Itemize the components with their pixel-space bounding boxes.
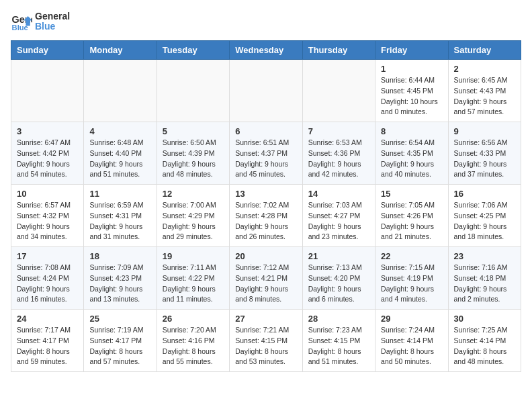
day-info: Sunrise: 6:59 AM Sunset: 4:31 PM Dayligh…	[89, 200, 150, 242]
weekday-header-monday: Monday	[84, 41, 157, 60]
day-number: 29	[381, 314, 442, 324]
day-info: Sunrise: 7:24 AM Sunset: 4:14 PM Dayligh…	[381, 325, 442, 367]
day-cell: 25Sunrise: 7:19 AM Sunset: 4:17 PM Dayli…	[84, 310, 157, 372]
week-row-1: 1Sunrise: 6:44 AM Sunset: 4:45 PM Daylig…	[11, 60, 521, 122]
day-info: Sunrise: 6:45 AM Sunset: 4:43 PM Dayligh…	[454, 75, 515, 118]
day-cell: 19Sunrise: 7:11 AM Sunset: 4:22 PM Dayli…	[157, 247, 229, 310]
day-cell: 8Sunrise: 6:54 AM Sunset: 4:35 PM Daylig…	[375, 122, 448, 185]
logo-blue: Blue	[35, 21, 70, 32]
day-number: 15	[381, 189, 442, 199]
svg-text:Blue: Blue	[12, 24, 28, 32]
day-info: Sunrise: 6:48 AM Sunset: 4:40 PM Dayligh…	[89, 138, 150, 180]
day-info: Sunrise: 6:53 AM Sunset: 4:36 PM Dayligh…	[308, 138, 369, 180]
day-info: Sunrise: 7:21 AM Sunset: 4:15 PM Dayligh…	[235, 325, 296, 367]
day-cell	[11, 60, 84, 122]
day-info: Sunrise: 7:13 AM Sunset: 4:20 PM Dayligh…	[308, 263, 369, 305]
day-info: Sunrise: 7:12 AM Sunset: 4:21 PM Dayligh…	[235, 263, 296, 305]
weekday-header-saturday: Saturday	[448, 41, 521, 60]
day-cell: 7Sunrise: 6:53 AM Sunset: 4:36 PM Daylig…	[302, 122, 375, 185]
day-number: 3	[17, 126, 78, 136]
day-number: 11	[89, 189, 150, 199]
day-cell: 28Sunrise: 7:23 AM Sunset: 4:15 PM Dayli…	[302, 310, 375, 372]
week-row-2: 3Sunrise: 6:47 AM Sunset: 4:42 PM Daylig…	[11, 122, 521, 185]
day-cell: 9Sunrise: 6:56 AM Sunset: 4:33 PM Daylig…	[448, 122, 521, 185]
day-cell: 10Sunrise: 6:57 AM Sunset: 4:32 PM Dayli…	[11, 185, 84, 247]
logo-general: General	[35, 11, 70, 21]
day-cell	[157, 60, 229, 122]
day-cell	[230, 60, 302, 122]
calendar: SundayMondayTuesdayWednesdayThursdayFrid…	[11, 40, 521, 372]
day-info: Sunrise: 7:17 AM Sunset: 4:17 PM Dayligh…	[17, 325, 78, 367]
day-cell: 2Sunrise: 6:45 AM Sunset: 4:43 PM Daylig…	[448, 60, 521, 122]
day-info: Sunrise: 7:00 AM Sunset: 4:29 PM Dayligh…	[163, 200, 224, 242]
week-row-3: 10Sunrise: 6:57 AM Sunset: 4:32 PM Dayli…	[11, 185, 521, 247]
day-info: Sunrise: 6:51 AM Sunset: 4:37 PM Dayligh…	[235, 138, 296, 180]
day-info: Sunrise: 7:20 AM Sunset: 4:16 PM Dayligh…	[163, 325, 224, 367]
day-cell	[302, 60, 375, 122]
day-info: Sunrise: 6:50 AM Sunset: 4:39 PM Dayligh…	[163, 138, 224, 180]
weekday-header-wednesday: Wednesday	[230, 41, 302, 60]
weekday-header-sunday: Sunday	[11, 41, 84, 60]
day-number: 8	[381, 126, 442, 136]
day-number: 25	[89, 314, 150, 324]
day-cell: 21Sunrise: 7:13 AM Sunset: 4:20 PM Dayli…	[302, 247, 375, 310]
day-cell: 11Sunrise: 6:59 AM Sunset: 4:31 PM Dayli…	[84, 185, 157, 247]
day-number: 16	[454, 189, 515, 199]
day-number: 13	[235, 189, 296, 199]
day-cell	[84, 60, 157, 122]
week-row-5: 24Sunrise: 7:17 AM Sunset: 4:17 PM Dayli…	[11, 310, 521, 372]
day-info: Sunrise: 7:11 AM Sunset: 4:22 PM Dayligh…	[163, 263, 224, 305]
day-info: Sunrise: 7:23 AM Sunset: 4:15 PM Dayligh…	[308, 325, 369, 367]
day-number: 4	[89, 126, 150, 136]
day-number: 21	[308, 251, 369, 261]
day-number: 20	[235, 251, 296, 261]
day-info: Sunrise: 7:06 AM Sunset: 4:25 PM Dayligh…	[454, 200, 515, 242]
day-number: 28	[308, 314, 369, 324]
day-info: Sunrise: 6:57 AM Sunset: 4:32 PM Dayligh…	[17, 200, 78, 242]
day-number: 27	[235, 314, 296, 324]
day-number: 24	[17, 314, 78, 324]
day-cell: 24Sunrise: 7:17 AM Sunset: 4:17 PM Dayli…	[11, 310, 84, 372]
day-info: Sunrise: 7:15 AM Sunset: 4:19 PM Dayligh…	[381, 263, 442, 305]
day-info: Sunrise: 7:16 AM Sunset: 4:18 PM Dayligh…	[454, 263, 515, 305]
day-cell: 16Sunrise: 7:06 AM Sunset: 4:25 PM Dayli…	[448, 185, 521, 247]
header: General Blue General Blue	[11, 11, 521, 32]
day-number: 9	[454, 126, 515, 136]
week-row-4: 17Sunrise: 7:08 AM Sunset: 4:24 PM Dayli…	[11, 247, 521, 310]
day-cell: 17Sunrise: 7:08 AM Sunset: 4:24 PM Dayli…	[11, 247, 84, 310]
day-info: Sunrise: 7:03 AM Sunset: 4:27 PM Dayligh…	[308, 200, 369, 242]
day-number: 12	[163, 189, 224, 199]
day-info: Sunrise: 7:09 AM Sunset: 4:23 PM Dayligh…	[89, 263, 150, 305]
day-number: 7	[308, 126, 369, 136]
day-number: 18	[89, 251, 150, 261]
day-cell: 22Sunrise: 7:15 AM Sunset: 4:19 PM Dayli…	[375, 247, 448, 310]
weekday-header-row: SundayMondayTuesdayWednesdayThursdayFrid…	[11, 41, 521, 60]
day-number: 23	[454, 251, 515, 261]
day-info: Sunrise: 7:05 AM Sunset: 4:26 PM Dayligh…	[381, 200, 442, 242]
day-number: 5	[163, 126, 224, 136]
day-cell: 4Sunrise: 6:48 AM Sunset: 4:40 PM Daylig…	[84, 122, 157, 185]
day-cell: 18Sunrise: 7:09 AM Sunset: 4:23 PM Dayli…	[84, 247, 157, 310]
day-info: Sunrise: 6:54 AM Sunset: 4:35 PM Dayligh…	[381, 138, 442, 180]
day-info: Sunrise: 6:44 AM Sunset: 4:45 PM Dayligh…	[381, 75, 442, 118]
day-info: Sunrise: 7:25 AM Sunset: 4:14 PM Dayligh…	[454, 325, 515, 367]
day-cell: 15Sunrise: 7:05 AM Sunset: 4:26 PM Dayli…	[375, 185, 448, 247]
day-number: 26	[163, 314, 224, 324]
day-cell: 3Sunrise: 6:47 AM Sunset: 4:42 PM Daylig…	[11, 122, 84, 185]
day-number: 2	[454, 64, 515, 74]
day-cell: 20Sunrise: 7:12 AM Sunset: 4:21 PM Dayli…	[230, 247, 302, 310]
day-number: 1	[381, 64, 442, 74]
day-cell: 6Sunrise: 6:51 AM Sunset: 4:37 PM Daylig…	[230, 122, 302, 185]
day-info: Sunrise: 6:56 AM Sunset: 4:33 PM Dayligh…	[454, 138, 515, 180]
day-cell: 12Sunrise: 7:00 AM Sunset: 4:29 PM Dayli…	[157, 185, 229, 247]
weekday-header-tuesday: Tuesday	[157, 41, 229, 60]
weekday-header-thursday: Thursday	[302, 41, 375, 60]
day-cell: 1Sunrise: 6:44 AM Sunset: 4:45 PM Daylig…	[375, 60, 448, 122]
day-cell: 30Sunrise: 7:25 AM Sunset: 4:14 PM Dayli…	[448, 310, 521, 372]
day-number: 10	[17, 189, 78, 199]
day-number: 6	[235, 126, 296, 136]
day-number: 17	[17, 251, 78, 261]
weekday-header-friday: Friday	[375, 41, 448, 60]
day-info: Sunrise: 7:02 AM Sunset: 4:28 PM Dayligh…	[235, 200, 296, 242]
logo-icon: General Blue	[11, 11, 32, 32]
